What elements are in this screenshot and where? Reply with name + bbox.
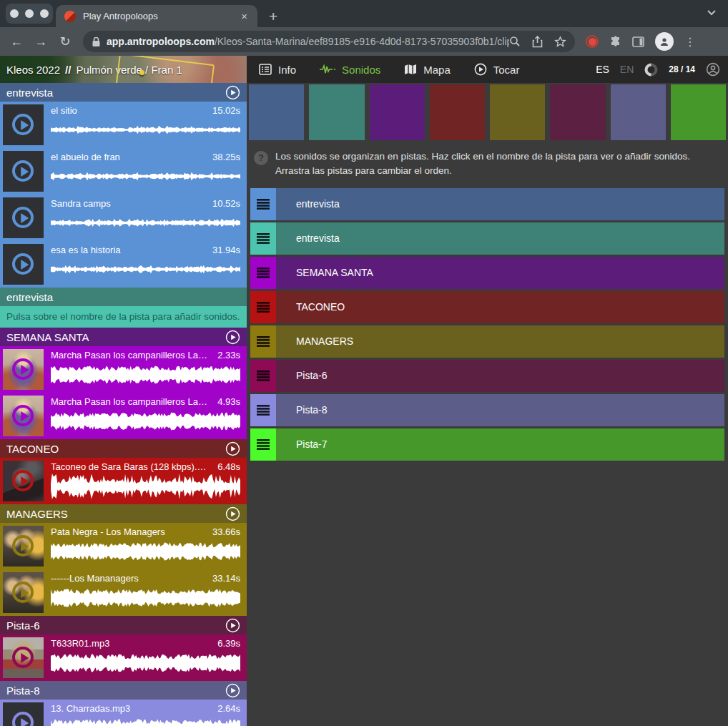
window-close-button[interactable] <box>10 9 19 18</box>
track-row-name[interactable]: TACONEO <box>276 291 724 323</box>
forward-button[interactable]: → <box>31 34 50 49</box>
audio-clip[interactable]: el sitio 15.02s <box>0 102 247 148</box>
new-tab-button[interactable]: + <box>269 9 277 24</box>
audio-clip[interactable]: Taconeo de Sara Baras (128 kbps).mp3 6.4… <box>0 458 247 504</box>
clip-thumbnail[interactable] <box>3 197 44 238</box>
clip-thumbnail[interactable] <box>3 396 44 436</box>
audio-clip[interactable]: T633R01.mp3 6.39s <box>0 634 247 681</box>
sidebar-track-name[interactable]: entrevista <box>6 87 53 99</box>
extensions-puzzle-icon[interactable] <box>609 36 621 48</box>
audio-clip[interactable]: Pata Negra - Los Managers 33.66s <box>0 523 247 569</box>
track-row[interactable]: entrevista <box>250 222 724 255</box>
track-row-name[interactable]: entrevista <box>276 222 724 255</box>
track-color-swatch[interactable] <box>370 84 425 140</box>
audio-clip[interactable]: Marcha Pasan los campanilleros Las Mejor… <box>0 393 247 439</box>
bookmark-star-icon[interactable] <box>554 36 566 48</box>
lang-en-button[interactable]: EN <box>620 64 634 75</box>
clip-thumbnail[interactable] <box>3 702 44 726</box>
track-color-swatch[interactable] <box>249 84 304 140</box>
clip-thumbnail[interactable] <box>3 572 44 613</box>
nav-item-mapa[interactable]: Mapa <box>404 64 451 76</box>
track-row-name[interactable]: Pista-6 <box>276 360 724 392</box>
sidebar-track-name[interactable]: MANAGERS <box>6 508 68 520</box>
sidebar-track-header[interactable]: SEMANA SANTA <box>0 328 247 346</box>
audio-clip[interactable]: Marcha Pasan los campanilleros Las Mejor… <box>0 346 247 393</box>
sidebar-track-header[interactable]: entrevista <box>0 83 247 102</box>
track-play-icon[interactable] <box>225 85 240 100</box>
track-play-icon[interactable] <box>225 618 240 633</box>
drag-handle-icon[interactable] <box>250 325 276 358</box>
drag-handle-icon[interactable] <box>250 428 276 461</box>
window-zoom-button[interactable] <box>40 9 49 18</box>
audio-clip[interactable]: el abuelo de fran 38.25s <box>0 148 247 195</box>
lang-es-button[interactable]: ES <box>596 64 609 75</box>
audio-clip[interactable]: 13. Charradas.mp3 2.64s <box>0 700 247 726</box>
back-button[interactable]: ← <box>7 34 26 49</box>
sidebar-track-name[interactable]: SEMANA SANTA <box>6 331 89 343</box>
clip-thumbnail[interactable] <box>3 151 44 192</box>
clip-thumbnail[interactable] <box>3 461 44 501</box>
nav-item-tocar[interactable]: Tocar <box>474 63 520 76</box>
track-color-swatch[interactable] <box>490 84 545 140</box>
track-row[interactable]: Pista-6 <box>250 360 724 392</box>
drag-handle-icon[interactable] <box>250 222 276 255</box>
clip-thumbnail[interactable] <box>3 349 44 390</box>
track-row[interactable]: Pista-7 <box>250 428 724 461</box>
drag-handle-icon[interactable] <box>250 394 276 426</box>
browser-tab[interactable]: Play Antropoloops × <box>56 5 257 27</box>
track-color-swatch[interactable] <box>309 84 364 140</box>
browser-menu-icon[interactable]: ⋮ <box>684 35 696 49</box>
sidebar-track-header[interactable]: Pista-8 <box>0 681 247 700</box>
side-panel-icon[interactable] <box>632 36 644 47</box>
sidebar-track-header[interactable]: TACONEO <box>0 439 247 458</box>
track-row[interactable]: Pista-8 <box>250 394 724 426</box>
track-row[interactable]: SEMANA SANTA <box>250 257 724 289</box>
zoom-page-icon[interactable] <box>509 36 521 47</box>
track-row-name[interactable]: entrevista <box>276 188 724 220</box>
track-color-swatch[interactable] <box>430 84 485 140</box>
track-row-name[interactable]: MANAGERS <box>276 325 724 358</box>
track-row-name[interactable]: SEMANA SANTA <box>276 257 724 289</box>
drag-handle-icon[interactable] <box>250 188 276 220</box>
drag-handle-icon[interactable] <box>250 291 276 323</box>
drag-handle-icon[interactable] <box>250 360 276 392</box>
drag-handle-icon[interactable] <box>250 257 276 289</box>
tab-close-icon[interactable]: × <box>240 10 249 22</box>
address-bar[interactable]: app.antropoloops.com/Kleos-Santa-Marina/… <box>83 31 575 52</box>
sidebar-track-header[interactable]: MANAGERS <box>0 504 247 523</box>
audio-clip[interactable]: ------Los Mananagers 33.14s <box>0 569 247 616</box>
clip-thumbnail[interactable] <box>3 104 44 145</box>
track-row[interactable]: TACONEO <box>250 291 724 323</box>
track-play-icon[interactable] <box>225 441 240 456</box>
clip-thumbnail[interactable] <box>3 526 44 566</box>
sidebar-track-name[interactable]: Pista-8 <box>6 685 40 697</box>
track-row[interactable]: entrevista <box>250 188 724 220</box>
track-play-icon[interactable] <box>225 506 240 521</box>
sidebar-track-name[interactable]: entrevista <box>6 291 53 303</box>
sidebar-track-header[interactable]: Pista-6 <box>0 616 247 634</box>
window-minimize-button[interactable] <box>25 9 34 18</box>
sidebar-track-name[interactable]: TACONEO <box>6 443 59 455</box>
nav-item-sonidos[interactable]: Sonidos <box>320 64 380 76</box>
share-icon[interactable] <box>532 36 543 48</box>
clip-thumbnail[interactable] <box>3 637 44 678</box>
track-play-icon[interactable] <box>225 330 240 345</box>
nav-item-info[interactable]: Info <box>259 64 296 76</box>
sidebar-track-header[interactable]: entrevista <box>0 288 247 306</box>
track-color-swatch[interactable] <box>611 84 666 140</box>
track-color-swatch[interactable] <box>550 84 605 140</box>
record-extension-icon[interactable] <box>586 35 599 48</box>
track-play-icon[interactable] <box>225 683 240 698</box>
track-row-name[interactable]: Pista-8 <box>276 394 724 426</box>
profile-avatar[interactable] <box>655 32 674 51</box>
audio-clip[interactable]: esa es la historia 31.94s <box>0 241 247 288</box>
breadcrumb[interactable]: Kleos 2022 // Pulmón verde / Fran 1 <box>0 56 247 83</box>
audio-clip[interactable]: Sandra camps 10.52s <box>0 195 247 241</box>
chevron-down-icon[interactable] <box>707 9 717 16</box>
clip-thumbnail[interactable] <box>3 244 44 285</box>
track-row-name[interactable]: Pista-7 <box>276 428 724 461</box>
sidebar-track-name[interactable]: Pista-6 <box>6 619 40 632</box>
track-color-swatch[interactable] <box>671 84 726 140</box>
track-row[interactable]: MANAGERS <box>250 325 724 358</box>
reload-button[interactable]: ↻ <box>56 34 74 49</box>
